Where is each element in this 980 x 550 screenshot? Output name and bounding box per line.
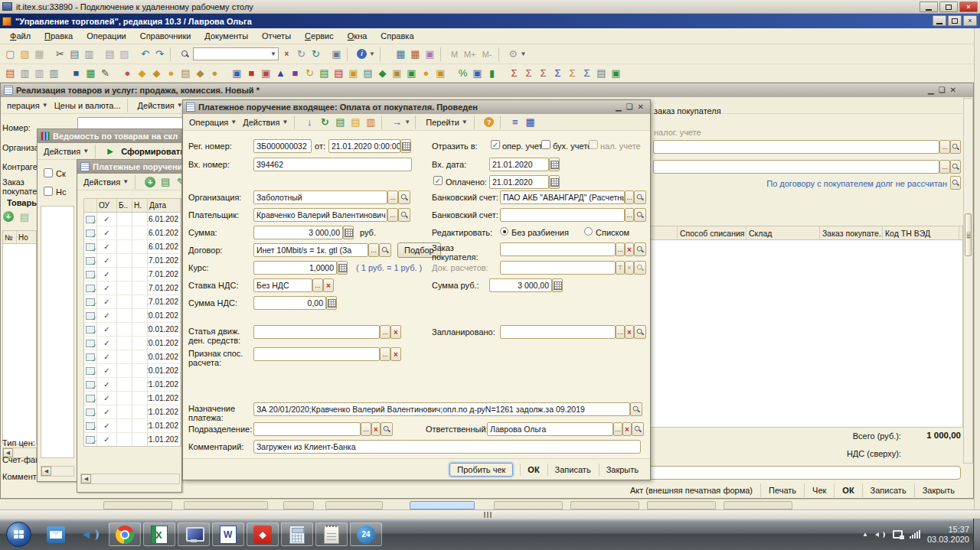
realization-contragent-field[interactable] [653, 140, 939, 154]
choose-button[interactable]: ... [368, 243, 379, 257]
lookup-button[interactable] [634, 208, 646, 222]
buyer-doc-icon[interactable]: ▣ [230, 66, 244, 80]
save-button[interactable]: Записать [547, 464, 598, 476]
copy-icon[interactable]: ▤ [67, 47, 82, 61]
bank-icon[interactable]: ▤ [178, 66, 193, 80]
menu-edit[interactable]: Правка [38, 30, 80, 42]
payment-row[interactable]: ✓ 20.01.202 [84, 350, 181, 364]
payment-row[interactable]: ✓ 21.01.202 [84, 378, 181, 392]
lookup-button[interactable] [634, 242, 646, 256]
chevron-down-icon[interactable]: ▼ [521, 50, 528, 57]
lookup-button[interactable] [381, 422, 393, 436]
money-column-icon[interactable]: ▣ [390, 66, 404, 80]
sum-flag3-icon[interactable]: Σ [580, 66, 594, 80]
lookup-button[interactable] [379, 243, 391, 257]
app-close-button[interactable]: × [963, 15, 977, 26]
calculator-button[interactable] [552, 278, 563, 292]
table-grid-icon[interactable]: ▦ [394, 47, 408, 61]
calendar-icon[interactable]: ▦ [408, 47, 423, 61]
tray-volume-icon[interactable] [875, 530, 886, 539]
realization-operation-menu[interactable]: перация▼ [4, 99, 51, 112]
settlement-field[interactable] [253, 347, 380, 361]
realization-vscrollbar[interactable] [963, 98, 973, 464]
maximize-icon[interactable]: ❏ [626, 103, 633, 111]
memory-m-button[interactable]: М [448, 50, 461, 59]
printer-copy-icon[interactable]: ▥ [32, 66, 47, 80]
person-doc-icon[interactable]: ▣ [470, 66, 485, 80]
clear-button[interactable]: × [625, 242, 634, 256]
clear-button[interactable]: × [622, 422, 632, 436]
start-button[interactable] [6, 522, 31, 547]
doc-datetime-field[interactable]: 21.01.2020 0:00:00 [328, 139, 400, 153]
taskbar-24-app-icon[interactable]: 24 [350, 522, 382, 546]
mdi-window-tab[interactable] [724, 501, 792, 509]
menu-help[interactable]: Справка [374, 30, 420, 42]
calendar-button[interactable] [549, 175, 560, 189]
lookup-button[interactable] [634, 190, 646, 204]
buyer-return-icon[interactable]: ▣ [259, 66, 273, 80]
structure-icon[interactable] [523, 115, 538, 129]
vedomost-titlebar[interactable]: Ведомость по товарам на скл [38, 129, 181, 143]
memory-mplus-button[interactable]: М+ [461, 50, 479, 59]
taskbar-volume-icon[interactable] [74, 522, 106, 546]
person-icon[interactable]: ● [120, 66, 135, 80]
sale-doc-icon[interactable]: ■ [244, 66, 259, 80]
choose-button[interactable]: ... [312, 278, 323, 292]
rdp-restore-button[interactable] [939, 2, 958, 12]
choose-button[interactable]: ... [616, 242, 625, 256]
print-check-button[interactable]: Пробить чек [449, 463, 513, 477]
menu-operations[interactable]: Операции [80, 30, 132, 42]
scroll-left-icon[interactable]: ◀ [81, 474, 91, 483]
users-icon[interactable]: ▣ [423, 47, 437, 61]
recalc-debt-button[interactable] [950, 176, 961, 190]
info-icon[interactable]: i [354, 47, 369, 61]
items-column-header[interactable]: Заказ покупате... [820, 226, 883, 239]
choose-button[interactable]: ... [387, 190, 398, 204]
cashflow-field[interactable] [253, 325, 380, 339]
reg-number-field[interactable]: ЗБ000000032 [253, 139, 312, 153]
refresh-icon[interactable] [317, 115, 332, 129]
vat-rate-field[interactable]: Без НДС [253, 278, 312, 292]
scrollbar-thumb[interactable] [965, 213, 972, 256]
invoice-up-icon[interactable]: ▲ [273, 66, 288, 80]
printer-setup-icon[interactable]: ▥ [47, 66, 61, 80]
realization-button[interactable]: Акт (внешняя печатная форма) [622, 483, 760, 497]
payer-field[interactable]: Кравченко Валерий Валентинович 9 [253, 208, 387, 222]
menu-reports[interactable]: Отчеты [255, 30, 298, 42]
doc-ok-icon[interactable]: ▣ [609, 66, 623, 80]
organization-field[interactable]: Заболотный [253, 190, 387, 204]
list-icon[interactable] [508, 115, 523, 129]
vedomost-hscrollbar[interactable]: ◀ [41, 466, 74, 477]
close-icon[interactable]: ✕ [638, 103, 644, 111]
print-doc-icon[interactable]: ▤ [3, 66, 18, 80]
taskbar-rdp-icon[interactable] [178, 522, 210, 546]
vedomost-checkbox-2[interactable] [44, 187, 53, 196]
mdi-window-tab-active[interactable] [410, 501, 475, 509]
settings-wrench-icon[interactable]: ⚙ [506, 47, 521, 61]
incoming-number-field[interactable]: 394462 [253, 158, 412, 171]
sum-person2-icon[interactable]: Σ [521, 66, 536, 80]
payment-row[interactable]: ✓ 20.01.202 [84, 337, 181, 350]
print-preview-icon[interactable]: ▧ [117, 47, 132, 61]
clear-button[interactable]: × [323, 278, 334, 292]
add-money-icon[interactable]: ◆ [375, 66, 390, 80]
payment-row[interactable]: ✓ 17.01.202 [84, 254, 181, 268]
mdi-window-tab[interactable] [283, 501, 314, 509]
find-back-icon[interactable]: ↻ [294, 47, 309, 61]
close-button[interactable]: Закрыть [599, 464, 645, 476]
calculator-button[interactable] [337, 261, 348, 275]
people-icon[interactable]: ■ [69, 66, 83, 80]
responsible-field[interactable]: Лаврова Ольга [487, 422, 613, 436]
cart-icon[interactable]: ◆ [135, 66, 149, 80]
sum-field[interactable]: 3 000,00 [253, 226, 343, 239]
col-n[interactable]: Н. [132, 199, 148, 212]
edit-pen-icon[interactable]: ✎ [98, 66, 113, 80]
lookup-button[interactable] [950, 140, 961, 154]
realization-button[interactable]: ОК [834, 483, 861, 497]
purpose-field[interactable]: ЗА 20/01/2020;Кравченко Валерий Валентин… [253, 402, 630, 416]
lookup-button[interactable] [634, 325, 646, 339]
search-input[interactable]: ▼ [193, 47, 279, 60]
payment-row[interactable]: ✓ 17.01.202 [84, 295, 181, 309]
paid-checkbox[interactable]: ✓ [433, 176, 443, 185]
cashbox-icon[interactable]: ▦ [83, 66, 98, 80]
